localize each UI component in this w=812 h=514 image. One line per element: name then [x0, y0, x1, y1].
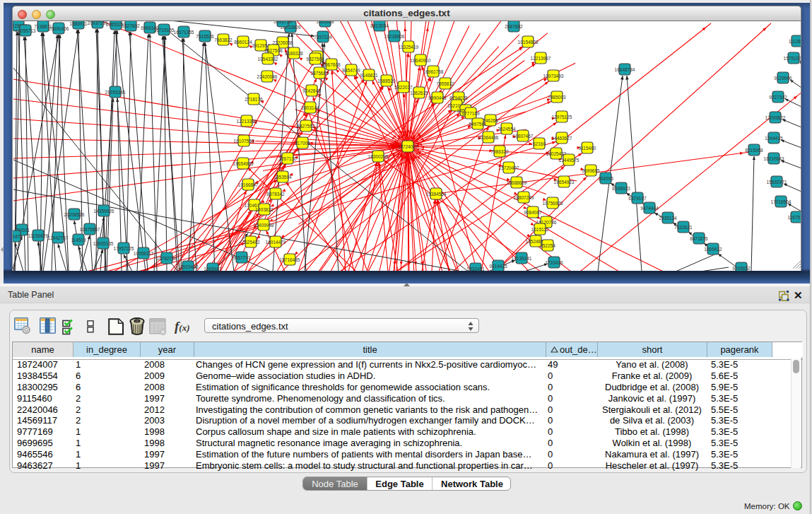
svg-text:7663822: 7663822	[214, 37, 233, 42]
svg-text:10543382: 10543382	[258, 57, 278, 62]
svg-text:16210643: 16210643	[764, 156, 784, 161]
svg-text:9227342: 9227342	[769, 95, 787, 100]
svg-text:3267130: 3267130	[278, 156, 297, 161]
svg-text:8990448: 8990448	[428, 95, 447, 100]
svg-text:19654923: 19654923	[554, 180, 575, 185]
svg-text:15716485: 15716485	[280, 257, 300, 262]
svg-text:8938923: 8938923	[612, 186, 630, 191]
svg-text:19654985: 19654985	[233, 161, 254, 166]
svg-text:8186328: 8186328	[285, 51, 303, 56]
svg-text:9245652: 9245652	[732, 266, 751, 271]
svg-text:10958117: 10958117	[134, 251, 154, 256]
svg-text:11156829: 11156829	[28, 233, 48, 238]
svg-text:12093822: 12093822	[765, 115, 786, 120]
svg-text:1586911: 1586911	[70, 21, 88, 26]
svg-text:8215958: 8215958	[745, 148, 763, 153]
svg-text:7485003: 7485003	[548, 95, 566, 100]
svg-text:13449575: 13449575	[559, 158, 579, 163]
svg-text:16961758: 16961758	[423, 69, 444, 74]
svg-text:1932451: 1932451	[466, 267, 485, 271]
svg-text:3875685: 3875685	[310, 71, 329, 76]
svg-text:9657791: 9657791	[233, 255, 251, 260]
svg-text:9474444: 9474444	[640, 206, 659, 211]
svg-text:7357224: 7357224	[314, 35, 332, 40]
svg-text:9314425: 9314425	[489, 264, 507, 269]
svg-text:9699695: 9699695	[582, 168, 600, 173]
svg-text:9146821: 9146821	[360, 73, 378, 78]
svg-text:12905135: 12905135	[93, 241, 114, 246]
svg-text:12213389: 12213389	[237, 119, 257, 124]
svg-text:7625402: 7625402	[242, 240, 260, 245]
svg-text:14359926: 14359926	[94, 209, 114, 214]
svg-text:22420046: 22420046	[257, 74, 278, 79]
svg-text:114519: 114519	[71, 238, 86, 243]
svg-text:1065328: 1065328	[316, 21, 334, 24]
svg-text:1065987: 1065987	[204, 267, 222, 271]
svg-text:16640910: 16640910	[411, 58, 431, 63]
svg-text:2367608: 2367608	[322, 62, 341, 67]
svg-text:1733426: 1733426	[545, 260, 563, 265]
svg-text:6379197: 6379197	[628, 196, 647, 201]
svg-text:8471676: 8471676	[690, 236, 708, 241]
svg-text:10756928: 10756928	[543, 201, 563, 206]
svg-text:2718176: 2718176	[245, 97, 263, 102]
svg-text:19218906: 19218906	[384, 34, 405, 39]
svg-text:17957225: 17957225	[114, 246, 134, 251]
svg-text:1065412: 1065412	[704, 247, 722, 252]
svg-text:15692971: 15692971	[767, 180, 787, 185]
svg-text:9129996: 9129996	[774, 76, 792, 81]
svg-text:14463627: 14463627	[552, 136, 572, 141]
svg-text:8427552: 8427552	[297, 124, 315, 129]
svg-text:7986322: 7986322	[490, 149, 509, 154]
svg-text:10107553: 10107553	[234, 139, 254, 144]
svg-text:3912954: 3912954	[252, 43, 270, 48]
svg-text:1167533: 1167533	[788, 215, 801, 220]
svg-text:16782759: 16782759	[157, 256, 177, 261]
svg-text:252254: 252254	[540, 243, 555, 248]
svg-text:20937199: 20937199	[88, 21, 108, 25]
svg-text:3624554: 3624554	[498, 127, 516, 132]
svg-text:14136141: 14136141	[512, 256, 532, 261]
svg-text:10973493: 10973493	[543, 74, 564, 78]
svg-text:1527602: 1527602	[122, 23, 140, 28]
svg-text:9242848: 9242848	[302, 88, 321, 93]
svg-text:18807249: 18807249	[514, 195, 534, 200]
svg-text:16914479: 16914479	[266, 240, 286, 245]
svg-text:9115460: 9115460	[579, 146, 596, 151]
svg-text:17016504: 17016504	[771, 199, 792, 204]
svg-text:746266: 746266	[483, 118, 498, 123]
svg-text:9827508: 9827508	[264, 48, 283, 53]
svg-text:1615112: 1615112	[531, 227, 549, 232]
svg-text:20206526: 20206526	[64, 212, 85, 217]
svg-text:11325419: 11325419	[399, 45, 419, 49]
svg-text:817006: 817006	[295, 141, 310, 146]
svg-text:21364436: 21364436	[478, 135, 499, 140]
svg-text:2093719: 2093719	[273, 21, 292, 24]
svg-text:1362615: 1362615	[410, 90, 428, 95]
svg-text:12975125: 12975125	[552, 115, 572, 119]
svg-text:12213967: 12213967	[531, 56, 551, 61]
svg-text:15720407: 15720407	[499, 165, 519, 170]
svg-text:8813054: 8813054	[370, 23, 389, 28]
svg-text:8660124: 8660124	[234, 40, 252, 45]
svg-text:18300295: 18300295	[368, 154, 389, 159]
svg-text:164095: 164095	[598, 176, 613, 181]
svg-text:10154808: 10154808	[518, 40, 539, 45]
svg-text:391476: 391476	[13, 234, 23, 239]
svg-text:8878342: 8878342	[266, 192, 285, 197]
svg-text:7632621: 7632621	[674, 225, 693, 230]
svg-text:19166847: 19166847	[238, 182, 259, 187]
svg-text:12923448: 12923448	[178, 264, 199, 269]
svg-text:16671355: 16671355	[174, 30, 194, 35]
svg-text:10719155: 10719155	[154, 28, 175, 33]
svg-text:62160: 62160	[533, 141, 546, 146]
svg-text:7955812: 7955812	[436, 81, 454, 86]
svg-text:8454749: 8454749	[342, 68, 360, 73]
svg-text:2687682: 2687682	[505, 24, 523, 29]
svg-text:1588520: 1588520	[377, 78, 396, 83]
svg-text:16409948: 16409948	[254, 223, 274, 228]
svg-text:1353594: 1353594	[273, 175, 292, 180]
svg-text:18724007: 18724007	[398, 144, 418, 149]
svg-text:19384554: 19384554	[426, 192, 447, 197]
svg-text:9777169: 9777169	[461, 111, 480, 116]
